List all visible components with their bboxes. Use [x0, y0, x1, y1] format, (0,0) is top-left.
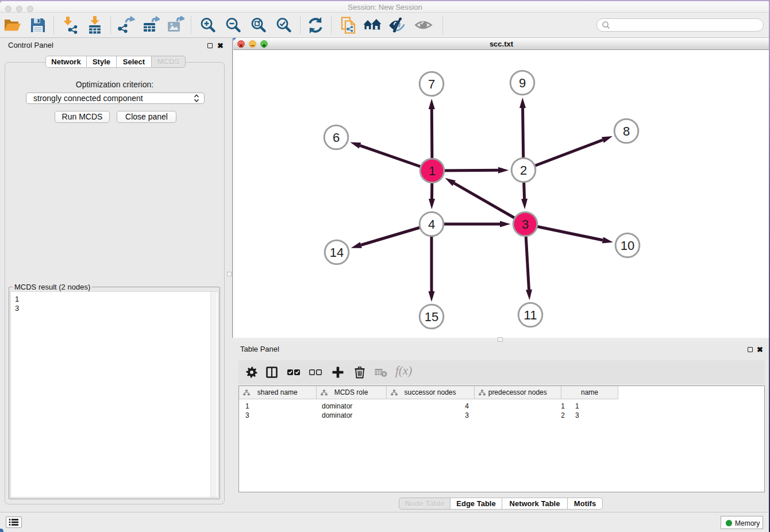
svg-text:1: 1: [429, 164, 436, 178]
svg-text:6: 6: [333, 130, 340, 145]
svg-text:3: 3: [522, 217, 529, 232]
svg-text:14: 14: [330, 245, 344, 260]
svg-text:9: 9: [519, 76, 526, 90]
svg-text:15: 15: [425, 310, 438, 324]
svg-text:4: 4: [428, 217, 435, 232]
svg-text:11: 11: [524, 308, 537, 322]
svg-text:2: 2: [520, 163, 527, 178]
svg-text:7: 7: [428, 77, 435, 91]
svg-text:8: 8: [623, 124, 630, 138]
svg-text:10: 10: [621, 238, 634, 253]
